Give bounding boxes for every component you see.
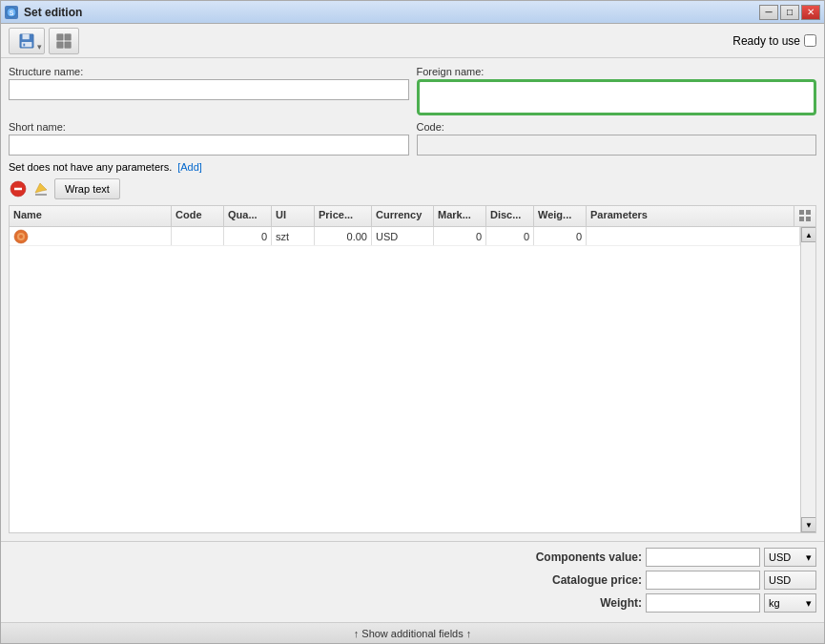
svg-rect-5 <box>23 43 25 46</box>
structure-name-group: Structure name: <box>9 66 409 115</box>
svg-rect-13 <box>799 210 804 215</box>
table-header: Name Code Qua... UI Price... Currency Ma… <box>10 206 815 227</box>
foreign-name-group: Foreign name: <box>417 66 817 115</box>
short-name-group: Short name: <box>9 121 409 156</box>
catalogue-currency-value: USD <box>769 574 791 586</box>
cell-currency: USD <box>372 227 434 245</box>
col-qua: Qua... <box>224 206 272 226</box>
cell-mark: 0 <box>434 227 486 245</box>
window-title: Set edition <box>24 6 82 19</box>
components-value-input[interactable]: 0.00 <box>646 548 760 567</box>
cell-weig: 0 <box>534 227 587 245</box>
form-row-2: Short name: Code: A-Z68 <box>9 121 816 156</box>
col-currency: Currency <box>372 206 434 226</box>
cell-params <box>587 227 800 245</box>
wrap-text-button[interactable]: Wrap text <box>54 178 120 199</box>
params-text: Set does not have any parameters. <box>9 161 172 173</box>
weight-input[interactable]: 0.00 <box>646 593 760 613</box>
scroll-up-arrow[interactable]: ▲ <box>801 227 815 242</box>
catalogue-price-row: Catalogue price: 0.00 USD <box>9 571 816 590</box>
show-additional-fields-bar[interactable]: ↑ Show additional fields ↑ <box>1 622 824 643</box>
window-icon: S <box>5 6 18 19</box>
params-add-link[interactable]: [Add] <box>177 161 202 173</box>
delete-row-button[interactable] <box>9 179 28 198</box>
toolbar: ▾ Ready to use <box>1 24 824 58</box>
col-params: Parameters <box>587 206 794 226</box>
toolbar-right: Ready to use <box>732 34 816 48</box>
foreign-name-input[interactable] <box>423 86 811 109</box>
foreign-name-box <box>417 79 817 115</box>
catalogue-price-label: Catalogue price: <box>552 573 642 587</box>
cell-disc: 0 <box>486 227 534 245</box>
maximize-button[interactable]: □ <box>780 5 799 20</box>
weight-unit-dropdown[interactable]: kg ▾ <box>764 593 816 613</box>
col-price: Price... <box>315 206 372 226</box>
components-value-label: Components value: <box>536 551 642 564</box>
main-content: Structure name: Foreign name: Short name… <box>1 58 824 541</box>
col-weig: Weig... <box>534 206 587 226</box>
components-currency-dropdown[interactable]: USD ▾ <box>764 548 816 567</box>
code-label: Code: <box>417 121 817 133</box>
table-row: 0 szt 0.00 USD 0 0 0 <box>10 227 800 246</box>
code-group: Code: A-Z68 <box>417 121 817 156</box>
svg-point-19 <box>19 235 23 239</box>
col-mark: Mark... <box>434 206 486 226</box>
product-table: Name Code Qua... UI Price... Currency Ma… <box>9 205 816 533</box>
cell-ui: szt <box>272 227 315 245</box>
title-controls: ─ □ ✕ <box>759 5 820 20</box>
svg-rect-3 <box>23 33 30 38</box>
col-code: Code <box>172 206 224 226</box>
ready-to-use-label: Ready to use <box>732 34 800 48</box>
scroll-down-arrow[interactable]: ▼ <box>801 517 815 532</box>
ready-to-use-checkbox[interactable] <box>804 34 816 47</box>
components-currency-value: USD <box>769 551 791 563</box>
footer: Components value: 0.00 USD ▾ Catalogue p… <box>1 541 824 622</box>
col-name: Name <box>10 206 172 226</box>
structure-name-input[interactable] <box>9 79 409 100</box>
row-icon <box>13 229 29 244</box>
svg-rect-9 <box>65 41 71 47</box>
title-bar: S Set edition ─ □ ✕ <box>1 1 824 24</box>
params-row: Set does not have any parameters. [Add] <box>9 161 816 173</box>
short-name-label: Short name: <box>9 121 409 133</box>
minimize-button[interactable]: ─ <box>759 5 778 20</box>
table-scrollbar[interactable]: ▲ ▼ <box>800 227 815 532</box>
toolbar-left: ▾ <box>9 28 79 54</box>
weight-unit-arrow: ▾ <box>806 597 812 610</box>
show-fields-label: ↑ Show additional fields ↑ <box>354 628 472 639</box>
structure-name-label: Structure name: <box>9 66 409 77</box>
cell-qua: 0 <box>224 227 272 245</box>
form-row-1: Structure name: Foreign name: <box>9 66 816 115</box>
svg-rect-16 <box>806 217 811 221</box>
title-bar-left: S Set edition <box>5 6 82 19</box>
catalogue-currency-display: USD <box>764 571 816 590</box>
cell-code <box>172 227 224 245</box>
code-input[interactable]: A-Z68 <box>417 135 817 156</box>
svg-text:S: S <box>10 10 14 16</box>
cell-name <box>10 227 172 245</box>
foreign-name-label: Foreign name: <box>417 66 817 77</box>
col-disc: Disc... <box>486 206 534 226</box>
col-action <box>794 206 815 226</box>
table-body: 0 szt 0.00 USD 0 0 0 <box>10 227 800 532</box>
col-ui: UI <box>272 206 315 226</box>
components-currency-arrow: ▾ <box>806 551 812 564</box>
weight-label: Weight: <box>600 596 642 610</box>
main-window: S Set edition ─ □ ✕ ▾ <box>0 0 825 644</box>
components-value-row: Components value: 0.00 USD ▾ <box>9 548 816 567</box>
short-name-input[interactable] <box>9 135 409 156</box>
grid-view-button[interactable] <box>49 28 79 54</box>
catalogue-price-input[interactable]: 0.00 <box>646 571 760 590</box>
svg-rect-4 <box>22 41 32 46</box>
svg-rect-15 <box>799 217 804 221</box>
svg-rect-6 <box>57 33 63 39</box>
svg-rect-7 <box>65 33 71 39</box>
save-button[interactable]: ▾ <box>9 28 45 54</box>
weight-unit-value: kg <box>769 597 780 609</box>
svg-rect-8 <box>57 41 63 47</box>
edit-row-button[interactable] <box>31 179 51 198</box>
svg-rect-14 <box>806 210 811 215</box>
action-bar: Wrap text <box>9 178 816 199</box>
close-button[interactable]: ✕ <box>801 5 820 20</box>
weight-row: Weight: 0.00 kg ▾ <box>9 593 816 613</box>
